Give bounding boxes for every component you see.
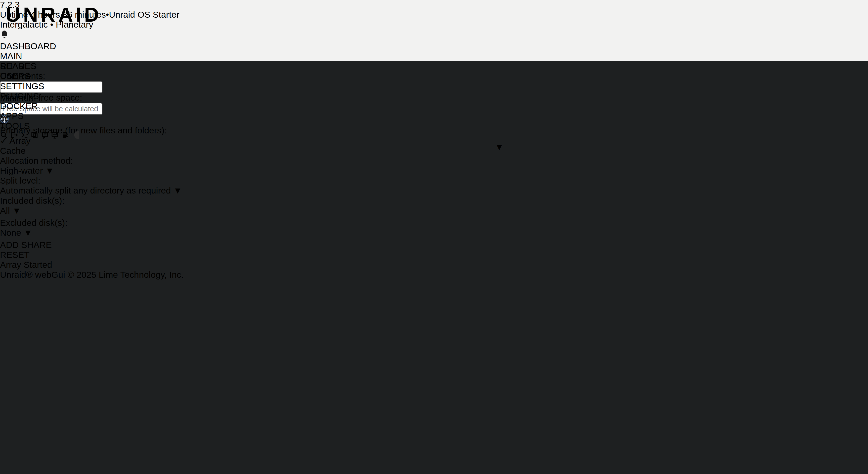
nav-tools[interactable]: TOOLS: [0, 121, 868, 131]
dropdown-option-cache[interactable]: Cache: [0, 146, 868, 156]
nav-utility-icons: [0, 131, 868, 141]
chevron-down-icon: ▼: [24, 228, 32, 237]
split-level-label: Split level:: [0, 176, 868, 186]
log-icon[interactable]: [61, 131, 71, 141]
footer: Array Started Unraid® webGui © 2025 Lime…: [0, 260, 868, 280]
nav-dashboard[interactable]: DASHBOARD: [0, 41, 868, 52]
nav-settings[interactable]: SETTINGS: [0, 81, 868, 91]
footer-copyright: Unraid® webGui © 2025 Lime Technology, I…: [0, 270, 868, 280]
copy-icon[interactable]: [31, 131, 41, 141]
form-actions: ADD SHARE RESET: [0, 240, 868, 260]
chevron-down-icon: ▼: [173, 186, 182, 195]
nav-docker[interactable]: DOCKER: [0, 101, 868, 111]
nav-main[interactable]: MAIN: [0, 52, 868, 61]
separator-dot: •: [106, 10, 109, 20]
add-share-button[interactable]: ADD SHARE: [0, 240, 868, 250]
array-status[interactable]: Array Started: [0, 260, 868, 270]
allocation-method-label: Allocation method:: [0, 156, 868, 166]
display-icon[interactable]: [51, 131, 61, 141]
chevron-down-icon: ▼: [45, 166, 54, 175]
logout-icon[interactable]: [10, 131, 20, 141]
allocation-method-value: High-water: [0, 166, 43, 175]
allocation-method-select[interactable]: High-water ▼: [0, 166, 868, 176]
os-name: Unraid OS: [109, 10, 150, 20]
unraid-logo-text: UNRAID: [5, 3, 102, 26]
os-edition: Starter: [153, 10, 180, 20]
included-disks-value: All: [0, 206, 10, 215]
included-disks-select[interactable]: All ▼: [0, 206, 868, 218]
profile-icon[interactable]: [71, 131, 79, 141]
unraid-logo[interactable]: UNRAID: [5, 3, 102, 27]
reset-button[interactable]: RESET: [0, 250, 868, 260]
nav-users[interactable]: USERS: [0, 71, 868, 81]
split-level-value: Automatically split any directory as req…: [0, 186, 171, 195]
uptime-row: Uptime 4 hours 36 minutes•Unraid OS Star…: [0, 10, 868, 20]
excluded-disks-value: None: [0, 228, 21, 237]
nav-plugins[interactable]: PLUGINS: [0, 91, 868, 101]
chevron-down-icon: ▼: [495, 142, 504, 152]
unraid-webgui: UNRAID 7.2.3 Uptime 4 hours 36 minutes•U…: [0, 0, 868, 474]
nav-shares[interactable]: SHARES: [0, 61, 868, 71]
option-label: Cache: [0, 146, 26, 156]
version-row: 7.2.3: [0, 0, 868, 10]
split-level-select[interactable]: Automatically split any directory as req…: [0, 186, 868, 196]
search-icon[interactable]: [0, 131, 10, 141]
array-status-text: Array Started: [0, 260, 52, 270]
terminal-icon[interactable]: [20, 131, 31, 141]
header: UNRAID 7.2.3 Uptime 4 hours 36 minutes•U…: [0, 0, 868, 61]
excluded-disks-label: Excluded disk(s):: [0, 218, 868, 228]
excluded-disks-select[interactable]: None ▼: [0, 228, 868, 240]
feedback-icon[interactable]: [41, 131, 51, 141]
server-row: Intergalactic • Planetary: [0, 20, 868, 30]
main-nav: DASHBOARD MAIN SHARES USERS SETTINGS PLU…: [0, 41, 868, 131]
notifications-bell-icon[interactable]: [0, 30, 868, 41]
chevron-down-icon: ▼: [12, 206, 21, 215]
included-disks-label: Included disk(s):: [0, 196, 868, 206]
nav-apps[interactable]: APPS: [0, 111, 868, 121]
